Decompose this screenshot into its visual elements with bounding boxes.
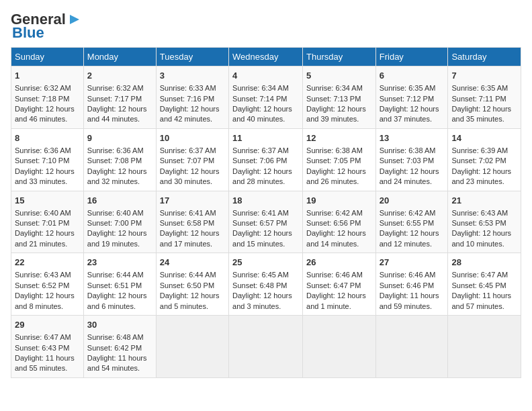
day-number: 25 bbox=[232, 257, 299, 269]
sunrise-label: Sunrise: 6:44 AM bbox=[87, 271, 144, 279]
sunrise-label: Sunrise: 6:43 AM bbox=[451, 209, 508, 217]
sunset-label: Sunset: 7:18 PM bbox=[15, 95, 69, 103]
sunset-label: Sunset: 7:05 PM bbox=[306, 156, 361, 165]
sunset-label: Sunset: 7:07 PM bbox=[160, 156, 214, 165]
daylight-label: Daylight: 12 hours and 21 minutes. bbox=[15, 229, 75, 247]
sunrise-label: Sunrise: 6:48 AM bbox=[87, 333, 144, 341]
sunset-label: Sunset: 7:17 PM bbox=[87, 95, 142, 103]
day-number: 2 bbox=[87, 70, 152, 82]
sunrise-label: Sunrise: 6:37 AM bbox=[232, 146, 289, 154]
sunset-label: Sunset: 7:10 PM bbox=[15, 156, 69, 165]
daylight-label: Daylight: 12 hours and 15 minutes. bbox=[232, 229, 292, 247]
calendar-cell: 24Sunrise: 6:44 AMSunset: 6:50 PMDayligh… bbox=[156, 253, 228, 316]
sunrise-label: Sunrise: 6:42 AM bbox=[380, 209, 436, 217]
calendar-cell: 6Sunrise: 6:35 AMSunset: 7:12 PMDaylight… bbox=[375, 66, 448, 129]
day-number: 1 bbox=[15, 70, 80, 82]
calendar-day-header: Saturday bbox=[448, 48, 521, 66]
day-number: 15 bbox=[15, 195, 80, 207]
sunrise-label: Sunrise: 6:41 AM bbox=[232, 209, 289, 217]
daylight-label: Daylight: 12 hours and 44 minutes. bbox=[87, 105, 147, 123]
calendar-day-header: Sunday bbox=[11, 48, 84, 66]
daylight-label: Daylight: 12 hours and 40 minutes. bbox=[232, 105, 292, 123]
daylight-label: Daylight: 12 hours and 24 minutes. bbox=[380, 167, 439, 185]
sunrise-label: Sunrise: 6:39 AM bbox=[451, 146, 508, 154]
calendar-cell: 13Sunrise: 6:38 AMSunset: 7:03 PMDayligh… bbox=[375, 128, 448, 191]
daylight-label: Daylight: 12 hours and 46 minutes. bbox=[15, 105, 75, 123]
daylight-label: Daylight: 12 hours and 37 minutes. bbox=[380, 105, 439, 123]
calendar-week-row: 1Sunrise: 6:32 AMSunset: 7:18 PMDaylight… bbox=[11, 66, 521, 129]
sunrise-label: Sunrise: 6:43 AM bbox=[15, 271, 71, 279]
daylight-label: Daylight: 12 hours and 10 minutes. bbox=[451, 229, 511, 247]
sunrise-label: Sunrise: 6:40 AM bbox=[15, 209, 71, 217]
daylight-label: Daylight: 12 hours and 3 minutes. bbox=[232, 291, 292, 310]
calendar-cell: 11Sunrise: 6:37 AMSunset: 7:06 PMDayligh… bbox=[229, 128, 303, 191]
sunset-label: Sunset: 6:48 PM bbox=[232, 281, 287, 289]
day-number: 11 bbox=[232, 132, 299, 144]
daylight-label: Daylight: 11 hours and 54 minutes. bbox=[87, 354, 147, 372]
daylight-label: Daylight: 12 hours and 12 minutes. bbox=[380, 229, 439, 247]
sunrise-label: Sunrise: 6:35 AM bbox=[380, 84, 436, 92]
daylight-label: Daylight: 12 hours and 35 minutes. bbox=[451, 105, 511, 123]
day-number: 7 bbox=[451, 70, 517, 82]
sunset-label: Sunset: 6:51 PM bbox=[87, 281, 142, 289]
daylight-label: Daylight: 12 hours and 32 minutes. bbox=[87, 167, 147, 185]
sunset-label: Sunset: 7:08 PM bbox=[87, 156, 142, 165]
calendar-week-row: 15Sunrise: 6:40 AMSunset: 7:01 PMDayligh… bbox=[11, 191, 521, 253]
day-number: 17 bbox=[160, 195, 225, 207]
sunset-label: Sunset: 6:55 PM bbox=[380, 219, 434, 227]
sunrise-label: Sunrise: 6:36 AM bbox=[15, 146, 71, 154]
sunset-label: Sunset: 7:13 PM bbox=[306, 95, 361, 103]
sunset-label: Sunset: 6:43 PM bbox=[15, 344, 69, 352]
sunrise-label: Sunrise: 6:33 AM bbox=[160, 84, 216, 92]
daylight-label: Daylight: 12 hours and 1 minute. bbox=[306, 291, 366, 310]
calendar-cell bbox=[303, 316, 376, 378]
calendar-cell: 20Sunrise: 6:42 AMSunset: 6:55 PMDayligh… bbox=[375, 191, 448, 253]
calendar-cell: 29Sunrise: 6:47 AMSunset: 6:43 PMDayligh… bbox=[11, 316, 84, 378]
sunset-label: Sunset: 6:58 PM bbox=[160, 219, 214, 227]
calendar-cell: 14Sunrise: 6:39 AMSunset: 7:02 PMDayligh… bbox=[448, 128, 521, 191]
day-number: 5 bbox=[306, 70, 372, 82]
daylight-label: Daylight: 12 hours and 17 minutes. bbox=[160, 229, 220, 247]
calendar-cell bbox=[229, 316, 303, 378]
day-number: 18 bbox=[232, 195, 299, 207]
sunset-label: Sunset: 6:46 PM bbox=[380, 281, 434, 289]
calendar-cell: 3Sunrise: 6:33 AMSunset: 7:16 PMDaylight… bbox=[156, 66, 228, 129]
sunset-label: Sunset: 6:53 PM bbox=[451, 219, 506, 227]
sunset-label: Sunset: 7:12 PM bbox=[380, 95, 434, 103]
daylight-label: Daylight: 12 hours and 6 minutes. bbox=[87, 291, 147, 310]
sunrise-label: Sunrise: 6:32 AM bbox=[15, 84, 71, 92]
calendar-cell: 1Sunrise: 6:32 AMSunset: 7:18 PMDaylight… bbox=[11, 66, 84, 129]
daylight-label: Daylight: 12 hours and 26 minutes. bbox=[306, 167, 366, 185]
daylight-label: Daylight: 11 hours and 55 minutes. bbox=[15, 354, 75, 372]
day-number: 9 bbox=[87, 132, 152, 144]
calendar-cell: 10Sunrise: 6:37 AMSunset: 7:07 PMDayligh… bbox=[156, 128, 228, 191]
calendar-cell: 26Sunrise: 6:46 AMSunset: 6:47 PMDayligh… bbox=[303, 253, 376, 316]
calendar-body: 1Sunrise: 6:32 AMSunset: 7:18 PMDaylight… bbox=[11, 66, 521, 378]
calendar-cell: 21Sunrise: 6:43 AMSunset: 6:53 PMDayligh… bbox=[448, 191, 521, 253]
logo-blue: Blue bbox=[12, 24, 44, 42]
day-number: 21 bbox=[451, 195, 517, 207]
sunrise-label: Sunrise: 6:41 AM bbox=[160, 209, 216, 217]
sunset-label: Sunset: 6:57 PM bbox=[232, 219, 287, 227]
daylight-label: Daylight: 11 hours and 59 minutes. bbox=[380, 291, 439, 310]
calendar-day-header: Thursday bbox=[303, 48, 376, 66]
sunrise-label: Sunrise: 6:44 AM bbox=[160, 271, 216, 279]
sunset-label: Sunset: 6:56 PM bbox=[306, 219, 361, 227]
daylight-label: Daylight: 12 hours and 42 minutes. bbox=[160, 105, 220, 123]
daylight-label: Daylight: 12 hours and 8 minutes. bbox=[15, 291, 75, 310]
sunrise-label: Sunrise: 6:35 AM bbox=[451, 84, 508, 92]
calendar-cell: 25Sunrise: 6:45 AMSunset: 6:48 PMDayligh… bbox=[229, 253, 303, 316]
daylight-label: Daylight: 12 hours and 5 minutes. bbox=[160, 291, 220, 310]
calendar-cell: 19Sunrise: 6:42 AMSunset: 6:56 PMDayligh… bbox=[303, 191, 376, 253]
sunset-label: Sunset: 6:50 PM bbox=[160, 281, 214, 289]
calendar-cell: 17Sunrise: 6:41 AMSunset: 6:58 PMDayligh… bbox=[156, 191, 228, 253]
daylight-label: Daylight: 12 hours and 23 minutes. bbox=[451, 167, 511, 185]
daylight-label: Daylight: 12 hours and 14 minutes. bbox=[306, 229, 366, 247]
calendar-cell bbox=[156, 316, 228, 378]
daylight-label: Daylight: 12 hours and 33 minutes. bbox=[15, 167, 75, 185]
calendar-cell: 30Sunrise: 6:48 AMSunset: 6:42 PMDayligh… bbox=[83, 316, 156, 378]
sunset-label: Sunset: 7:16 PM bbox=[160, 95, 214, 103]
sunrise-label: Sunrise: 6:45 AM bbox=[232, 271, 289, 279]
calendar-week-row: 22Sunrise: 6:43 AMSunset: 6:52 PMDayligh… bbox=[11, 253, 521, 316]
sunset-label: Sunset: 6:45 PM bbox=[451, 281, 506, 289]
